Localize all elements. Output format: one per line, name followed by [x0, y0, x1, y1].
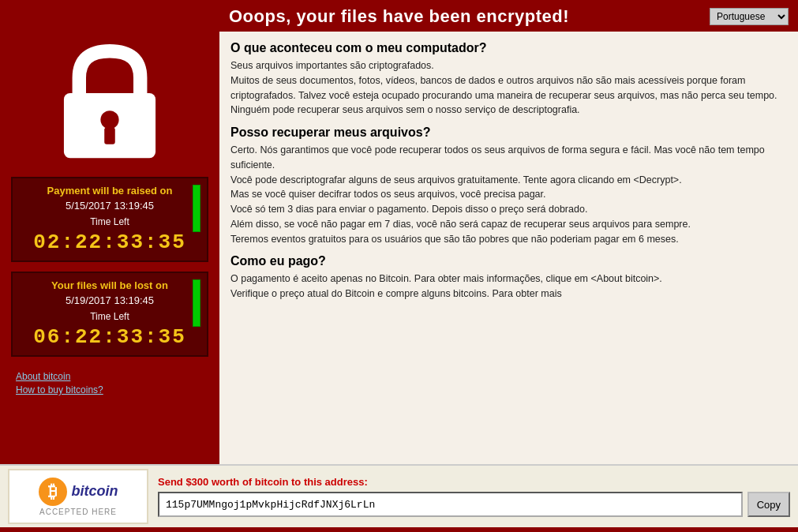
section3-heading: Como eu pago? — [230, 254, 787, 268]
timer1-date: 5/15/2017 13:19:45 — [21, 200, 199, 212]
send-area: Send $300 worth of bitcoin to this addre… — [158, 476, 790, 517]
left-panel: Payment will be raised on 5/15/2017 13:1… — [0, 32, 219, 464]
bitcoin-logo-area: ₿ bitcoin ACCEPTED HERE — [8, 469, 148, 524]
language-select[interactable]: Portuguese English Spanish French German… — [710, 8, 789, 25]
header-title: Ooops, your files have been encrypted! — [229, 6, 569, 26]
bitcoin-address-input[interactable] — [158, 492, 743, 517]
timer-box-1: Payment will be raised on 5/15/2017 13:1… — [11, 177, 208, 262]
main-layout: Payment will be raised on 5/15/2017 13:1… — [0, 32, 798, 464]
copy-button[interactable]: Copy — [747, 492, 790, 517]
send-label: Send $300 worth of bitcoin to this addre… — [158, 476, 790, 488]
bitcoin-symbol-row: ₿ bitcoin — [39, 478, 118, 506]
timer1-label: Payment will be raised on — [21, 185, 199, 197]
header: Ooops, your files have been encrypted! P… — [0, 0, 798, 32]
lock-icon-container — [47, 39, 173, 166]
timer2-digits: 06:22:33:35 — [21, 325, 199, 349]
timer2-label: Your files will be lost on — [21, 279, 199, 291]
timer1-timeleft-label: Time Left — [21, 216, 199, 227]
bitcoin-circle-icon: ₿ — [39, 478, 67, 506]
lock-icon — [54, 43, 165, 162]
bitcoin-accepted-text: ACCEPTED HERE — [39, 508, 117, 516]
green-bar-1 — [193, 185, 200, 232]
timer2-timeleft-label: Time Left — [21, 311, 199, 322]
svg-point-1 — [100, 111, 118, 129]
bitcoin-name: bitcoin — [72, 483, 118, 500]
section2-text: Certo. Nós garantimos que você pode recu… — [230, 143, 787, 246]
timer-box-2: Your files will be lost on 5/19/2017 13:… — [11, 272, 208, 357]
timer2-date: 5/19/2017 13:19:45 — [21, 294, 199, 306]
timer1-digits: 02:22:33:35 — [21, 230, 199, 254]
address-row: Copy — [158, 492, 790, 517]
svg-rect-2 — [104, 127, 115, 144]
how-to-buy-link[interactable]: How to buy bitcoins? — [16, 384, 204, 395]
bottom-bar: ₿ bitcoin ACCEPTED HERE Send $300 worth … — [0, 464, 798, 527]
section1-text: Seus arquivos importantes são criptograf… — [230, 58, 787, 118]
section2-heading: Posso recuperar meus arquivos? — [230, 126, 787, 140]
green-bar-2 — [193, 279, 200, 327]
right-panel[interactable]: O que aconteceu com o meu computador? Se… — [219, 32, 798, 464]
section3-text: O pagamento é aceito apenas no Bitcoin. … — [230, 272, 787, 302]
left-links: About bitcoin How to buy bitcoins? — [8, 366, 212, 400]
about-bitcoin-link[interactable]: About bitcoin — [16, 371, 204, 382]
section1-heading: O que aconteceu com o meu computador? — [230, 41, 787, 55]
